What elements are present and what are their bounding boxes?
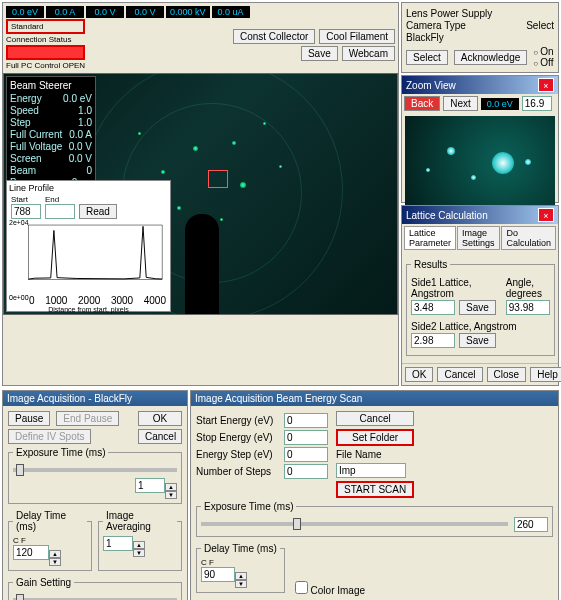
zoom-title: Zoom View — [406, 80, 456, 91]
conn-status-label: Connection Status — [6, 35, 85, 44]
exposure-input[interactable] — [135, 478, 165, 493]
lp-start-input[interactable] — [11, 204, 41, 219]
line-profile-title: Line Profile — [7, 181, 170, 195]
lattice-title: Lattice Calculation — [406, 210, 488, 221]
readout-value: 0.0 V — [126, 6, 164, 18]
num-steps-input[interactable] — [284, 464, 328, 479]
side1-save-button[interactable]: Save — [459, 300, 496, 315]
readout-value: 0.0 uA — [212, 6, 250, 18]
lattice-close-button[interactable]: Close — [487, 367, 527, 382]
scan-cancel-button[interactable]: Cancel — [336, 411, 414, 426]
close-icon[interactable]: × — [538, 208, 554, 222]
averaging-input[interactable] — [103, 536, 133, 551]
acq-bf-title: Image Acquisition - BlackFly — [7, 393, 132, 404]
image-acq-scan-window: Image Acquisition Beam Energy Scan Start… — [190, 390, 559, 600]
scan-color-image-checkbox[interactable] — [295, 581, 308, 594]
exposure-slider[interactable] — [13, 468, 177, 472]
lattice-help-button[interactable]: Help — [530, 367, 561, 382]
readout-value: 0.0 A — [46, 6, 84, 18]
cool-filament-button[interactable]: Cool Filament — [319, 29, 395, 44]
svg-rect-0 — [28, 225, 162, 279]
selection-box[interactable] — [208, 170, 228, 188]
leed-image-viewport[interactable]: Beam Steerer Energy0.0 eVSpeed1.0Step1.0… — [3, 73, 398, 315]
zoom-scale-input[interactable] — [522, 96, 552, 111]
angle-input[interactable] — [506, 300, 550, 315]
acq-scan-title: Image Acquisition Beam Energy Scan — [195, 393, 362, 404]
zoom-view-window: Zoom View× Back Next 0.0 eV — [401, 75, 559, 203]
mode-value: Standard — [6, 19, 85, 34]
const-collector-button[interactable]: Const Collector — [233, 29, 315, 44]
acq-cancel-button[interactable]: Cancel — [138, 429, 182, 444]
close-icon[interactable]: × — [538, 78, 554, 92]
pause-button[interactable]: Pause — [8, 411, 50, 426]
pc-control-label: Full PC Control OPEN — [6, 61, 85, 70]
webcam-button[interactable]: Webcam — [342, 46, 395, 61]
scan-exposure-slider[interactable] — [201, 522, 508, 526]
zoom-back-button[interactable]: Back — [404, 96, 440, 111]
energy-step-input[interactable] — [284, 447, 328, 462]
beam-steerer-title: Beam Steerer — [10, 80, 92, 91]
readout-value: 0.0 V — [86, 6, 124, 18]
zoom-energy-readout: 0.0 eV — [481, 98, 519, 110]
lp-end-input[interactable] — [45, 204, 75, 219]
scan-exposure-input[interactable] — [514, 517, 548, 532]
image-acq-blackfly-window: Image Acquisition - BlackFly Pause End P… — [2, 390, 188, 600]
save-button[interactable]: Save — [301, 46, 338, 61]
readout-value: 0.0 eV — [6, 6, 44, 18]
scan-delay-input[interactable] — [201, 567, 235, 582]
lp-read-button[interactable]: Read — [79, 204, 117, 219]
side2-input[interactable] — [411, 333, 455, 348]
start-energy-input[interactable] — [284, 413, 328, 428]
spin-down-icon[interactable]: ▼ — [165, 491, 177, 499]
tab-image-settings[interactable]: Image Settings — [457, 226, 500, 250]
readout-value: 0.000 kV — [166, 6, 210, 18]
readout-bar: 0.0 eV0.0 A0.0 V0.0 V0.000 kV0.0 uA — [6, 6, 395, 18]
end-pause-button[interactable]: End Pause — [56, 411, 119, 426]
line-profile-window: Line Profile Start End Read 2e+04 0e+00 … — [6, 180, 171, 312]
define-iv-spots-button[interactable]: Define IV Spots — [8, 429, 91, 444]
line-profile-chart — [11, 221, 166, 293]
side2-save-button[interactable]: Save — [459, 333, 496, 348]
side1-input[interactable] — [411, 300, 455, 315]
tab-do-calculation[interactable]: Do Calculation — [501, 226, 556, 250]
zoom-next-button[interactable]: Next — [443, 96, 478, 111]
select-button[interactable]: Select — [406, 50, 448, 65]
spin-up-icon[interactable]: ▲ — [165, 483, 177, 491]
stop-energy-input[interactable] — [284, 430, 328, 445]
lattice-ok-button[interactable]: OK — [405, 367, 433, 382]
set-folder-button[interactable]: Set Folder — [336, 429, 414, 446]
acknowledge-button[interactable]: Acknowledge — [454, 50, 527, 65]
start-scan-button[interactable]: START SCAN — [336, 481, 414, 498]
zoom-canvas[interactable] — [405, 116, 555, 206]
delay-input[interactable] — [13, 545, 49, 560]
acq-ok-button[interactable]: OK — [138, 411, 182, 426]
camera-settings-panel: Lens Power SupplyCamera TypeSelectBlackF… — [401, 2, 559, 73]
lattice-cancel-button[interactable]: Cancel — [437, 367, 482, 382]
file-name-input[interactable] — [336, 463, 406, 478]
tab-lattice-parameter[interactable]: Lattice Parameter — [404, 226, 456, 250]
electron-gun-shadow — [185, 214, 219, 314]
blank-redbar — [6, 45, 85, 60]
lattice-calc-window: Lattice Calculation× Lattice ParameterIm… — [401, 205, 559, 386]
